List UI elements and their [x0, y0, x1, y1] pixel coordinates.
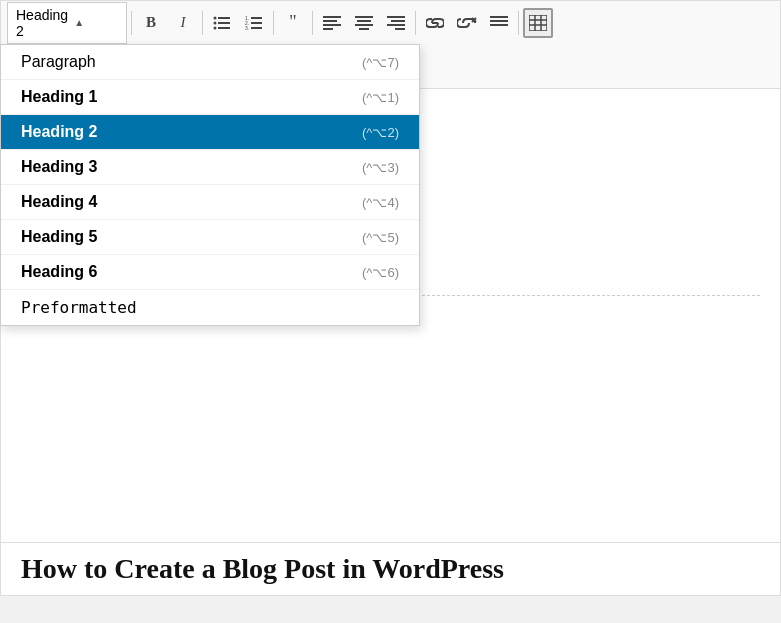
svg-rect-20 [387, 16, 405, 18]
heading-dropdown: Paragraph(^⌥7)Heading 1(^⌥1)Heading 2(^⌥… [0, 44, 420, 326]
more-toolbar-icon [490, 16, 508, 30]
align-right-icon [387, 16, 405, 30]
toolbar-separator-3 [273, 11, 274, 35]
svg-rect-29 [490, 24, 508, 26]
svg-rect-3 [218, 22, 230, 24]
align-right-button[interactable] [381, 8, 411, 38]
svg-point-0 [214, 16, 217, 19]
dropdown-item-heading-4[interactable]: Heading 4(^⌥4) [1, 185, 419, 220]
svg-rect-7 [251, 17, 262, 19]
dropdown-item-label: Heading 3 [21, 158, 97, 176]
svg-rect-1 [218, 17, 230, 19]
svg-rect-11 [251, 27, 262, 29]
svg-rect-14 [323, 24, 341, 26]
dropdown-item-heading-2[interactable]: Heading 2(^⌥2) [1, 115, 419, 150]
unlink-icon [457, 16, 477, 30]
more-toolbar-button[interactable] [484, 8, 514, 38]
chevron-down-icon: ▲ [74, 17, 118, 28]
toolbar-separator-1 [131, 11, 132, 35]
svg-rect-17 [357, 20, 371, 22]
align-left-button[interactable] [317, 8, 347, 38]
dropdown-item-heading-5[interactable]: Heading 5(^⌥5) [1, 220, 419, 255]
svg-rect-9 [251, 22, 262, 24]
dropdown-item-shortcut: (^⌥5) [362, 230, 399, 245]
svg-rect-27 [490, 16, 508, 18]
dropdown-item-shortcut: (^⌥7) [362, 55, 399, 70]
dropdown-item-shortcut: (^⌥6) [362, 265, 399, 280]
dropdown-item-shortcut: (^⌥4) [362, 195, 399, 210]
dropdown-item-label: Paragraph [21, 53, 96, 71]
bullet-list-icon [213, 15, 231, 31]
svg-rect-15 [323, 28, 333, 30]
svg-point-4 [214, 26, 217, 29]
dropdown-item-label: Heading 1 [21, 88, 97, 106]
dropdown-item-shortcut: (^⌥3) [362, 160, 399, 175]
svg-rect-13 [323, 20, 337, 22]
dropdown-item-label: Heading 4 [21, 193, 97, 211]
dropdown-item-shortcut: (^⌥2) [362, 125, 399, 140]
link-button[interactable] [420, 8, 450, 38]
dropdown-item-label: Heading 5 [21, 228, 97, 246]
dropdown-item-label: Heading 2 [21, 123, 97, 141]
svg-rect-19 [359, 28, 369, 30]
numbered-list-button[interactable]: 1. 2. 3. [239, 8, 269, 38]
bullet-list-button[interactable] [207, 8, 237, 38]
bold-button[interactable]: B [136, 8, 166, 38]
dropdown-item-preformatted[interactable]: Preformatted [1, 290, 419, 325]
table-icon [529, 15, 547, 31]
align-center-button[interactable] [349, 8, 379, 38]
svg-rect-21 [391, 20, 405, 22]
align-left-icon [323, 16, 341, 30]
toolbar-row1: Heading 2 ▲ B I 1. 2. 3. " [0, 0, 781, 44]
dropdown-item-shortcut: (^⌥1) [362, 90, 399, 105]
numbered-list-icon: 1. 2. 3. [245, 15, 263, 31]
toolbar-separator-4 [312, 11, 313, 35]
align-center-icon [355, 16, 373, 30]
heading-select-value: Heading 2 [16, 7, 68, 39]
italic-button[interactable]: I [168, 8, 198, 38]
link-icon [426, 16, 444, 30]
svg-point-2 [214, 21, 217, 24]
svg-rect-12 [323, 16, 341, 18]
blockquote-button[interactable]: " [278, 8, 308, 38]
svg-rect-5 [218, 27, 230, 29]
dropdown-item-label: Preformatted [21, 298, 137, 317]
unlink-button[interactable] [452, 8, 482, 38]
svg-rect-16 [355, 16, 373, 18]
table-button[interactable] [523, 8, 553, 38]
dropdown-item-label: Heading 6 [21, 263, 97, 281]
toolbar-separator-5 [415, 11, 416, 35]
dropdown-item-paragraph[interactable]: Paragraph(^⌥7) [1, 45, 419, 80]
svg-text:3.: 3. [245, 25, 249, 31]
toolbar-separator-6 [518, 11, 519, 35]
svg-rect-22 [387, 24, 405, 26]
svg-rect-28 [490, 20, 508, 22]
bottom-heading: How to Create a Blog Post in WordPress [0, 543, 781, 596]
heading-select[interactable]: Heading 2 ▲ [7, 2, 127, 44]
svg-rect-30 [529, 15, 547, 31]
dropdown-item-heading-1[interactable]: Heading 1(^⌥1) [1, 80, 419, 115]
dropdown-item-heading-3[interactable]: Heading 3(^⌥3) [1, 150, 419, 185]
svg-rect-23 [395, 28, 405, 30]
svg-rect-18 [355, 24, 373, 26]
dropdown-item-heading-6[interactable]: Heading 6(^⌥6) [1, 255, 419, 290]
toolbar-separator-2 [202, 11, 203, 35]
